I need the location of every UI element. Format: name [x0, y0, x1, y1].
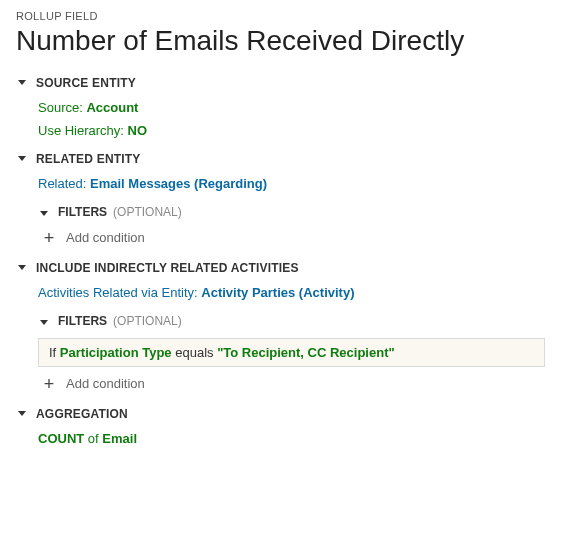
section-header-aggregation[interactable]: AGGREGATION: [16, 407, 545, 421]
via-value: Activity Parties (Activity): [201, 285, 354, 300]
filter-condition-row[interactable]: If Participation Type equals "To Recipie…: [38, 338, 545, 367]
filters-optional: (OPTIONAL): [113, 205, 182, 219]
section-aggregation: AGGREGATION COUNT of Email: [16, 407, 545, 446]
source-row[interactable]: Source: Account: [38, 100, 545, 115]
add-condition-related[interactable]: + Add condition: [38, 229, 545, 247]
section-source-entity: SOURCE ENTITY Source: Account Use Hierar…: [16, 76, 545, 138]
filter-value: "To Recipient, CC Recipient": [217, 345, 395, 360]
chevron-down-icon: [40, 320, 48, 325]
chevron-down-icon: [18, 411, 26, 416]
page-title: Number of Emails Received Directly: [16, 24, 545, 58]
filter-if: If: [49, 345, 56, 360]
section-title: INCLUDE INDIRECTLY RELATED ACTIVITIES: [36, 261, 299, 275]
hierarchy-value: NO: [128, 123, 148, 138]
aggregation-field: Email: [102, 431, 137, 446]
source-label: Source:: [38, 100, 83, 115]
section-title: SOURCE ENTITY: [36, 76, 136, 90]
chevron-down-icon: [18, 156, 26, 161]
filters-header-indirect[interactable]: FILTERS (OPTIONAL): [38, 314, 545, 328]
section-indirect-activities: INCLUDE INDIRECTLY RELATED ACTIVITIES Ac…: [16, 261, 545, 393]
section-related-entity: RELATED ENTITY Related: Email Messages (…: [16, 152, 545, 247]
add-condition-label: Add condition: [66, 230, 145, 245]
section-header-related[interactable]: RELATED ENTITY: [16, 152, 545, 166]
aggregation-row[interactable]: COUNT of Email: [38, 431, 545, 446]
section-title: AGGREGATION: [36, 407, 128, 421]
add-condition-indirect[interactable]: + Add condition: [38, 375, 545, 393]
section-header-indirect[interactable]: INCLUDE INDIRECTLY RELATED ACTIVITIES: [16, 261, 545, 275]
via-entity-row[interactable]: Activities Related via Entity: Activity …: [38, 285, 545, 300]
add-condition-label: Add condition: [66, 376, 145, 391]
via-label: Activities Related via Entity:: [38, 285, 198, 300]
chevron-down-icon: [18, 80, 26, 85]
related-value: Email Messages (Regarding): [90, 176, 267, 191]
filters-optional: (OPTIONAL): [113, 314, 182, 328]
aggregation-function: COUNT: [38, 431, 84, 446]
aggregation-of: of: [88, 431, 99, 446]
section-header-source[interactable]: SOURCE ENTITY: [16, 76, 545, 90]
related-row[interactable]: Related: Email Messages (Regarding): [38, 176, 545, 191]
filters-header-related[interactable]: FILTERS (OPTIONAL): [38, 205, 545, 219]
chevron-down-icon: [18, 265, 26, 270]
filter-field: Participation Type: [60, 345, 172, 360]
filter-operator: equals: [175, 345, 213, 360]
section-title: RELATED ENTITY: [36, 152, 141, 166]
hierarchy-label: Use Hierarchy:: [38, 123, 124, 138]
hierarchy-row[interactable]: Use Hierarchy: NO: [38, 123, 545, 138]
chevron-down-icon: [40, 211, 48, 216]
filters-title: FILTERS: [58, 205, 107, 219]
related-label: Related:: [38, 176, 86, 191]
breadcrumb: ROLLUP FIELD: [16, 10, 545, 22]
filters-title: FILTERS: [58, 314, 107, 328]
plus-icon: +: [38, 229, 60, 247]
plus-icon: +: [38, 375, 60, 393]
source-value: Account: [86, 100, 138, 115]
